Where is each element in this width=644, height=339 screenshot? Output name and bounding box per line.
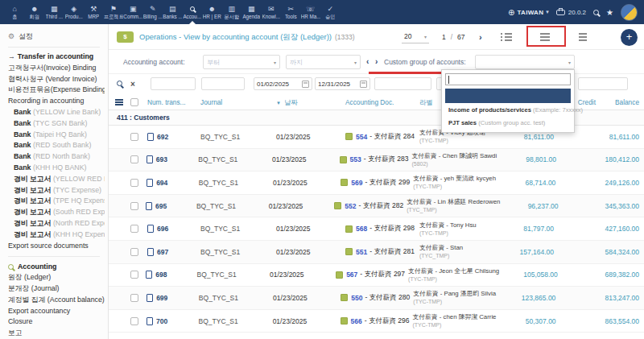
nav-item-hr-management[interactable]: ☏HR Ma... <box>301 0 321 24</box>
sidebar-item-expense-report[interactable]: 경비 보고서 (North RED Expense) <box>8 218 105 229</box>
sidebar-item-bank[interactable]: Bank (TYC SGN Bank) <box>8 118 105 130</box>
row-checkbox[interactable] <box>130 248 138 256</box>
transaction-number-link[interactable]: 699 <box>156 294 167 302</box>
sidebar-item-invoice-binding[interactable]: 고객청구서(Invoice) Binding <box>8 63 105 74</box>
view-list-button[interactable] <box>493 27 521 47</box>
sidebar-settings[interactable]: ⚙ 설정 <box>8 31 105 42</box>
sidebar-item-expense-report[interactable]: 경비 보고서 (TYC Expense) <box>8 185 105 196</box>
sidebar-item-accounting[interactable]: Accounting <box>8 261 105 272</box>
nav-item-accounting[interactable]: Accou... <box>183 0 203 24</box>
dropdown-option[interactable]: Income of products/services (Example: 7x… <box>442 103 574 116</box>
sidebar-item-closure[interactable]: Closure <box>8 316 105 328</box>
nav-item-mrp[interactable]: ⚒MRP <box>84 0 104 24</box>
nav-item-knowledge[interactable]: ✉Knowl... <box>262 0 282 24</box>
account-from-select[interactable]: 부터 ▾ <box>203 55 280 69</box>
avatar[interactable] <box>621 4 638 21</box>
nav-item-products[interactable]: ◈Produ... <box>64 0 85 24</box>
nav-item-agenda[interactable]: ▦Agenda <box>242 0 262 24</box>
doc-number-link[interactable]: 567 <box>346 271 357 279</box>
journal-filter-input[interactable] <box>201 77 245 90</box>
nav-item-project[interactable]: ⚑프로젝트 <box>104 0 124 24</box>
sidebar-item-report[interactable]: 보고 <box>8 328 105 339</box>
doc-number-link[interactable]: 569 <box>351 179 362 187</box>
sidebar-item-bank[interactable]: Bank (Taipei HQ Bank) <box>8 130 105 141</box>
row-checkbox[interactable] <box>130 179 138 187</box>
sidebar-item-bank[interactable]: Bank (RED North Bank) <box>8 151 105 163</box>
date-to-input[interactable]: 12/31/2025 <box>315 77 370 90</box>
transaction-number-link[interactable]: 694 <box>156 179 167 187</box>
date-from-input[interactable]: 01/02/2025 <box>254 77 312 90</box>
doc-filter-input[interactable] <box>374 77 431 90</box>
dropdown-option-blank[interactable] <box>445 89 571 103</box>
sidebar-item-recording-in-accounting[interactable]: Recording in accounting <box>8 96 105 107</box>
nav-item-third-party[interactable]: ▦Third ... <box>44 0 64 24</box>
doc-number-link[interactable]: 552 <box>345 202 356 210</box>
column-header-num[interactable]: Num. trans... <box>147 98 194 106</box>
transaction-number-link[interactable]: 698 <box>155 271 167 279</box>
prev-account-button[interactable]: ‹ <box>366 50 369 74</box>
sidebar-item-bank[interactable]: Bank (YELLOW Line Bank) <box>8 107 105 118</box>
column-header-balance[interactable]: Balance <box>596 98 644 106</box>
doc-number-link[interactable]: 553 <box>350 155 361 163</box>
num-filter-input[interactable] <box>151 77 196 90</box>
clear-filter-icon[interactable]: × <box>130 74 135 95</box>
nav-item-commerce[interactable]: ▣Comm... <box>123 0 143 24</box>
column-header-date[interactable]: ▼ 날짜 <box>265 98 345 107</box>
doc-number-link[interactable]: 554 <box>356 133 367 141</box>
add-button[interactable]: + <box>621 29 638 46</box>
nav-item-approval[interactable]: ✓승인 <box>320 0 341 24</box>
row-checkbox[interactable] <box>130 294 138 302</box>
transaction-number-link[interactable]: 695 <box>155 202 167 210</box>
sidebar-item-journal[interactable]: 분개장 (Journal) <box>8 283 105 295</box>
select-all-checkbox[interactable] <box>130 98 138 106</box>
transaction-number-link[interactable]: 700 <box>156 317 167 325</box>
sidebar-item-vendor-invoice[interactable]: 협력사청구 (Vendor Invoice) <box>8 74 105 85</box>
dropdown-option[interactable]: PJT sales (Custom group acc. test) <box>442 116 574 129</box>
sidebar-item-expense-binding[interactable]: 비용전표묶음(Expense Binding) <box>8 85 105 96</box>
search-icon[interactable] <box>593 10 599 15</box>
sidebar-item-export-accountancy[interactable]: Export accountancy <box>8 306 105 317</box>
credit-filter-input[interactable] <box>578 77 628 90</box>
sidebar-item-bank[interactable]: Bank (KHH HQ BANK) <box>8 163 105 174</box>
sidebar-item-expense-report[interactable]: 경비 보고서 (South RED Expen... <box>8 207 105 218</box>
transaction-number-link[interactable]: 697 <box>157 248 168 256</box>
nav-item-member[interactable]: ☻회원 <box>25 0 45 24</box>
transaction-number-link[interactable]: 692 <box>157 133 168 141</box>
account-to-select[interactable]: 까지 ▾ <box>286 55 361 69</box>
star-icon[interactable]: ★ <box>606 8 613 17</box>
nav-item-billing[interactable]: ✎Billing ... <box>143 0 163 24</box>
doc-number-link[interactable]: 566 <box>351 317 362 325</box>
doc-number-link[interactable]: 551 <box>356 248 367 256</box>
sidebar-item-transfer-in-accounting[interactable]: →Transfer in accounting <box>8 52 105 63</box>
next-account-button[interactable]: › <box>375 50 378 74</box>
row-checkbox[interactable] <box>130 202 138 210</box>
nav-item-hr-er[interactable]: ☻HR | ER <box>202 0 222 24</box>
dropdown-search-input[interactable] <box>445 73 571 85</box>
transaction-number-link[interactable]: 696 <box>157 225 168 233</box>
sidebar-item-expense-report[interactable]: 경비 보고서 (KHH HQ Expense) <box>8 229 105 241</box>
row-checkbox[interactable] <box>130 133 138 141</box>
sidebar-item-export-source-documents[interactable]: Export source documents <box>8 241 105 252</box>
transaction-number-link[interactable]: 693 <box>156 155 167 163</box>
row-checkbox[interactable] <box>130 271 138 279</box>
view-condensed-button[interactable] <box>531 27 559 47</box>
row-checkbox[interactable] <box>130 317 138 325</box>
view-right-button[interactable] <box>569 27 597 47</box>
next-page-button[interactable]: › <box>479 24 482 50</box>
sidebar-item-expense-report[interactable]: 경비 보고서 (YELLOW RED Ex... <box>8 174 105 185</box>
doc-number-link[interactable]: 568 <box>356 225 367 233</box>
sidebar-item-expense-report[interactable]: 경비 보고서 (TPE HQ Expense) <box>8 196 105 207</box>
search-filter-icon[interactable] <box>117 81 122 86</box>
custom-group-select[interactable]: ▾ <box>475 55 575 69</box>
sidebar-item-ledger[interactable]: 원장 (Ledger) <box>8 272 105 283</box>
column-header-journal[interactable]: Journal <box>194 98 265 106</box>
nav-item-home[interactable]: ⌂홈 <box>5 0 25 24</box>
page-size-selector[interactable]: 20 ▾ <box>402 30 429 43</box>
nav-item-tools[interactable]: ✂Tools <box>281 0 301 24</box>
sidebar-item-bank[interactable]: Bank (RED South Bank) <box>8 140 105 151</box>
region-selector[interactable]: ⊕ TAIWAN ▾ <box>508 8 549 17</box>
list-menu-icon[interactable] <box>115 99 123 101</box>
row-checkbox[interactable] <box>130 155 138 163</box>
nav-item-banks[interactable]: ▤Banks ... <box>163 0 183 24</box>
row-checkbox[interactable] <box>130 225 138 233</box>
